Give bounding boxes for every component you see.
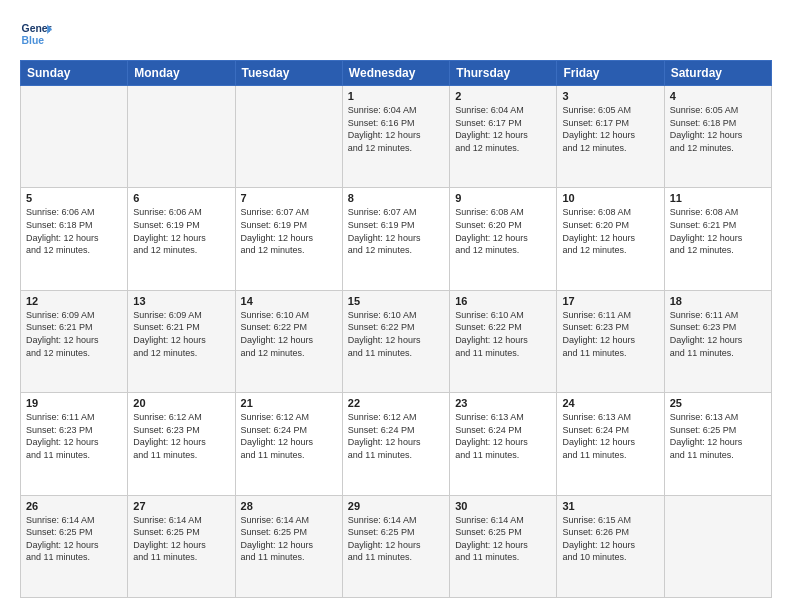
calendar-cell: 9Sunrise: 6:08 AM Sunset: 6:20 PM Daylig… <box>450 188 557 290</box>
day-number: 19 <box>26 397 122 409</box>
day-info: Sunrise: 6:15 AM Sunset: 6:26 PM Dayligh… <box>562 514 658 564</box>
day-info: Sunrise: 6:11 AM Sunset: 6:23 PM Dayligh… <box>562 309 658 359</box>
calendar-cell <box>128 86 235 188</box>
calendar-header-row: SundayMondayTuesdayWednesdayThursdayFrid… <box>21 61 772 86</box>
page: General Blue SundayMondayTuesdayWednesda… <box>0 0 792 612</box>
day-info: Sunrise: 6:14 AM Sunset: 6:25 PM Dayligh… <box>348 514 444 564</box>
day-info: Sunrise: 6:13 AM Sunset: 6:24 PM Dayligh… <box>562 411 658 461</box>
calendar-week-row: 19Sunrise: 6:11 AM Sunset: 6:23 PM Dayli… <box>21 393 772 495</box>
day-info: Sunrise: 6:04 AM Sunset: 6:17 PM Dayligh… <box>455 104 551 154</box>
day-header-friday: Friday <box>557 61 664 86</box>
calendar-cell: 13Sunrise: 6:09 AM Sunset: 6:21 PM Dayli… <box>128 290 235 392</box>
day-number: 18 <box>670 295 766 307</box>
day-number: 17 <box>562 295 658 307</box>
calendar-cell: 31Sunrise: 6:15 AM Sunset: 6:26 PM Dayli… <box>557 495 664 597</box>
day-info: Sunrise: 6:10 AM Sunset: 6:22 PM Dayligh… <box>348 309 444 359</box>
day-info: Sunrise: 6:12 AM Sunset: 6:23 PM Dayligh… <box>133 411 229 461</box>
calendar-cell: 22Sunrise: 6:12 AM Sunset: 6:24 PM Dayli… <box>342 393 449 495</box>
calendar-cell: 21Sunrise: 6:12 AM Sunset: 6:24 PM Dayli… <box>235 393 342 495</box>
calendar-cell: 8Sunrise: 6:07 AM Sunset: 6:19 PM Daylig… <box>342 188 449 290</box>
calendar-week-row: 26Sunrise: 6:14 AM Sunset: 6:25 PM Dayli… <box>21 495 772 597</box>
calendar-cell: 7Sunrise: 6:07 AM Sunset: 6:19 PM Daylig… <box>235 188 342 290</box>
calendar-cell: 1Sunrise: 6:04 AM Sunset: 6:16 PM Daylig… <box>342 86 449 188</box>
day-info: Sunrise: 6:14 AM Sunset: 6:25 PM Dayligh… <box>241 514 337 564</box>
day-info: Sunrise: 6:13 AM Sunset: 6:25 PM Dayligh… <box>670 411 766 461</box>
calendar-cell: 10Sunrise: 6:08 AM Sunset: 6:20 PM Dayli… <box>557 188 664 290</box>
day-info: Sunrise: 6:07 AM Sunset: 6:19 PM Dayligh… <box>241 206 337 256</box>
day-number: 14 <box>241 295 337 307</box>
day-info: Sunrise: 6:06 AM Sunset: 6:19 PM Dayligh… <box>133 206 229 256</box>
day-number: 1 <box>348 90 444 102</box>
day-number: 23 <box>455 397 551 409</box>
day-info: Sunrise: 6:05 AM Sunset: 6:18 PM Dayligh… <box>670 104 766 154</box>
calendar-cell: 25Sunrise: 6:13 AM Sunset: 6:25 PM Dayli… <box>664 393 771 495</box>
logo-icon: General Blue <box>20 18 52 50</box>
day-number: 31 <box>562 500 658 512</box>
day-number: 8 <box>348 192 444 204</box>
day-info: Sunrise: 6:05 AM Sunset: 6:17 PM Dayligh… <box>562 104 658 154</box>
calendar-cell: 5Sunrise: 6:06 AM Sunset: 6:18 PM Daylig… <box>21 188 128 290</box>
day-header-tuesday: Tuesday <box>235 61 342 86</box>
calendar-week-row: 5Sunrise: 6:06 AM Sunset: 6:18 PM Daylig… <box>21 188 772 290</box>
day-info: Sunrise: 6:09 AM Sunset: 6:21 PM Dayligh… <box>133 309 229 359</box>
day-number: 29 <box>348 500 444 512</box>
day-info: Sunrise: 6:11 AM Sunset: 6:23 PM Dayligh… <box>26 411 122 461</box>
day-header-thursday: Thursday <box>450 61 557 86</box>
calendar-cell: 3Sunrise: 6:05 AM Sunset: 6:17 PM Daylig… <box>557 86 664 188</box>
logo: General Blue <box>20 18 52 50</box>
day-number: 15 <box>348 295 444 307</box>
day-info: Sunrise: 6:08 AM Sunset: 6:20 PM Dayligh… <box>455 206 551 256</box>
calendar-week-row: 12Sunrise: 6:09 AM Sunset: 6:21 PM Dayli… <box>21 290 772 392</box>
calendar-cell: 24Sunrise: 6:13 AM Sunset: 6:24 PM Dayli… <box>557 393 664 495</box>
calendar-cell: 27Sunrise: 6:14 AM Sunset: 6:25 PM Dayli… <box>128 495 235 597</box>
calendar-week-row: 1Sunrise: 6:04 AM Sunset: 6:16 PM Daylig… <box>21 86 772 188</box>
calendar-cell: 11Sunrise: 6:08 AM Sunset: 6:21 PM Dayli… <box>664 188 771 290</box>
calendar-cell: 6Sunrise: 6:06 AM Sunset: 6:19 PM Daylig… <box>128 188 235 290</box>
calendar-cell: 26Sunrise: 6:14 AM Sunset: 6:25 PM Dayli… <box>21 495 128 597</box>
day-number: 6 <box>133 192 229 204</box>
day-number: 24 <box>562 397 658 409</box>
day-number: 12 <box>26 295 122 307</box>
calendar-cell: 14Sunrise: 6:10 AM Sunset: 6:22 PM Dayli… <box>235 290 342 392</box>
calendar-cell: 17Sunrise: 6:11 AM Sunset: 6:23 PM Dayli… <box>557 290 664 392</box>
svg-text:Blue: Blue <box>22 35 45 46</box>
day-number: 21 <box>241 397 337 409</box>
day-number: 4 <box>670 90 766 102</box>
calendar-cell: 2Sunrise: 6:04 AM Sunset: 6:17 PM Daylig… <box>450 86 557 188</box>
day-info: Sunrise: 6:13 AM Sunset: 6:24 PM Dayligh… <box>455 411 551 461</box>
day-number: 2 <box>455 90 551 102</box>
calendar-cell <box>21 86 128 188</box>
day-info: Sunrise: 6:04 AM Sunset: 6:16 PM Dayligh… <box>348 104 444 154</box>
day-number: 28 <box>241 500 337 512</box>
calendar-cell: 18Sunrise: 6:11 AM Sunset: 6:23 PM Dayli… <box>664 290 771 392</box>
day-info: Sunrise: 6:08 AM Sunset: 6:20 PM Dayligh… <box>562 206 658 256</box>
day-info: Sunrise: 6:08 AM Sunset: 6:21 PM Dayligh… <box>670 206 766 256</box>
day-info: Sunrise: 6:10 AM Sunset: 6:22 PM Dayligh… <box>241 309 337 359</box>
calendar-cell <box>664 495 771 597</box>
day-info: Sunrise: 6:12 AM Sunset: 6:24 PM Dayligh… <box>348 411 444 461</box>
calendar-cell: 16Sunrise: 6:10 AM Sunset: 6:22 PM Dayli… <box>450 290 557 392</box>
day-header-monday: Monday <box>128 61 235 86</box>
calendar-cell: 12Sunrise: 6:09 AM Sunset: 6:21 PM Dayli… <box>21 290 128 392</box>
day-info: Sunrise: 6:07 AM Sunset: 6:19 PM Dayligh… <box>348 206 444 256</box>
day-number: 11 <box>670 192 766 204</box>
day-info: Sunrise: 6:12 AM Sunset: 6:24 PM Dayligh… <box>241 411 337 461</box>
calendar-cell: 30Sunrise: 6:14 AM Sunset: 6:25 PM Dayli… <box>450 495 557 597</box>
calendar-cell: 23Sunrise: 6:13 AM Sunset: 6:24 PM Dayli… <box>450 393 557 495</box>
day-number: 25 <box>670 397 766 409</box>
calendar-cell: 4Sunrise: 6:05 AM Sunset: 6:18 PM Daylig… <box>664 86 771 188</box>
day-number: 3 <box>562 90 658 102</box>
day-info: Sunrise: 6:10 AM Sunset: 6:22 PM Dayligh… <box>455 309 551 359</box>
day-number: 22 <box>348 397 444 409</box>
calendar-cell: 29Sunrise: 6:14 AM Sunset: 6:25 PM Dayli… <box>342 495 449 597</box>
calendar-cell <box>235 86 342 188</box>
day-info: Sunrise: 6:14 AM Sunset: 6:25 PM Dayligh… <box>455 514 551 564</box>
calendar-table: SundayMondayTuesdayWednesdayThursdayFrid… <box>20 60 772 598</box>
calendar-cell: 28Sunrise: 6:14 AM Sunset: 6:25 PM Dayli… <box>235 495 342 597</box>
day-info: Sunrise: 6:06 AM Sunset: 6:18 PM Dayligh… <box>26 206 122 256</box>
day-info: Sunrise: 6:09 AM Sunset: 6:21 PM Dayligh… <box>26 309 122 359</box>
day-info: Sunrise: 6:14 AM Sunset: 6:25 PM Dayligh… <box>133 514 229 564</box>
day-header-wednesday: Wednesday <box>342 61 449 86</box>
day-header-saturday: Saturday <box>664 61 771 86</box>
day-number: 9 <box>455 192 551 204</box>
